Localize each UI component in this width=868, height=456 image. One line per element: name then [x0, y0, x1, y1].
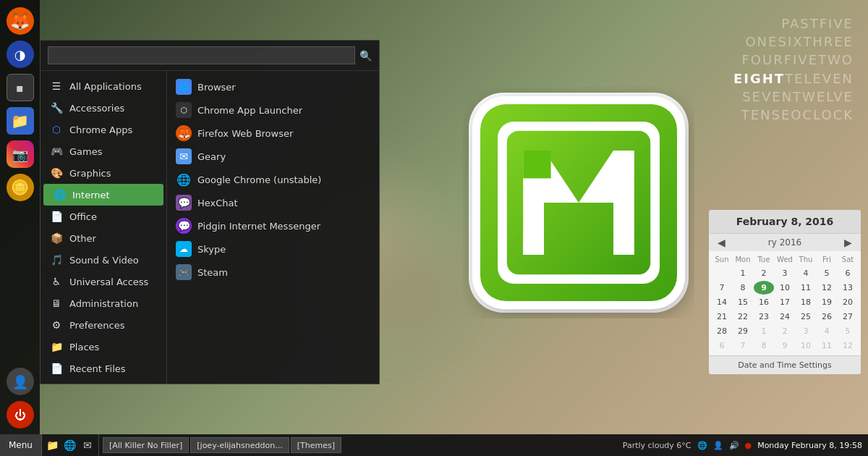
cal-day[interactable]: 25: [796, 310, 816, 324]
dock-files[interactable]: 📁: [7, 107, 34, 135]
cal-day[interactable]: 6: [838, 266, 858, 280]
category-internet[interactable]: 🌐 Internet: [43, 184, 163, 206]
cal-day[interactable]: 1: [733, 266, 753, 280]
places-icon: 📁: [49, 339, 64, 354]
preferences-icon: ⚙: [49, 318, 64, 332]
cal-day[interactable]: 7: [733, 339, 753, 352]
cal-prev-btn[interactable]: ◀: [715, 237, 728, 248]
dock-camera[interactable]: 📷: [7, 140, 34, 168]
category-sound-video[interactable]: 🎵 Sound & Video: [41, 249, 166, 271]
cal-day[interactable]: 6: [712, 339, 732, 352]
cal-day[interactable]: 16: [754, 295, 774, 309]
app-firefox[interactable]: 🦊 Firefox Web Browser: [167, 122, 379, 145]
cal-day[interactable]: 26: [817, 310, 837, 324]
cal-day[interactable]: 7: [712, 281, 732, 295]
cal-day[interactable]: 24: [775, 310, 795, 324]
cal-day[interactable]: 4: [817, 324, 837, 338]
app-pidgin[interactable]: 💬 Pidgin Internet Messenger: [167, 214, 379, 237]
taskbar-icon-browser[interactable]: 🌐: [63, 438, 77, 452]
dock-terminal[interactable]: ▪: [7, 74, 34, 101]
svg-rect-11: [523, 232, 544, 255]
cal-next-btn[interactable]: ▶: [841, 237, 855, 248]
category-places[interactable]: 📁 Places: [41, 336, 166, 358]
taskbar-weather: Partly cloudy 6°C: [623, 441, 692, 450]
taskbar-window-1[interactable]: [All Killer No Filler]: [103, 437, 189, 453]
app-steam[interactable]: 🎮 Steam: [167, 261, 379, 284]
cal-day[interactable]: 8: [733, 281, 753, 295]
menu-search-input[interactable]: [48, 46, 355, 64]
cal-day[interactable]: 1: [754, 324, 774, 338]
cal-day[interactable]: 14: [712, 295, 732, 309]
cal-day[interactable]: 23: [754, 310, 774, 324]
calendar-footer[interactable]: Date and Time Settings: [709, 355, 861, 374]
cal-day[interactable]: 15: [733, 295, 753, 309]
calendar-day-headers: Sun Mon Tue Wed Thu Fri Sat: [712, 254, 858, 265]
app-google-chrome[interactable]: 🌐 Google Chrome (unstable): [167, 168, 379, 191]
word-clock-line1: PASTFIVE: [733, 14, 854, 33]
category-recent-files[interactable]: 📄 Recent Files: [41, 358, 166, 379]
category-preferences[interactable]: ⚙ Preferences: [41, 314, 166, 336]
cal-day[interactable]: 13: [838, 281, 858, 295]
app-browser[interactable]: 🌐 Browser: [167, 75, 379, 98]
cal-day[interactable]: 5: [838, 324, 858, 338]
hexchat-icon: 💬: [176, 195, 192, 211]
category-administration[interactable]: 🖥 Administration: [41, 292, 166, 314]
cal-day[interactable]: 11: [796, 281, 816, 295]
firefox-icon: 🦊: [176, 125, 192, 141]
app-skype[interactable]: ☁ Skype: [167, 237, 379, 261]
category-office[interactable]: 📄 Office: [41, 206, 166, 227]
cal-day[interactable]: 5: [817, 266, 837, 280]
dock-power[interactable]: ⏻: [7, 401, 34, 428]
taskbar-icon-files[interactable]: 📁: [46, 438, 60, 452]
cal-day[interactable]: 3: [775, 266, 795, 280]
dock-settings[interactable]: ◑: [7, 41, 34, 68]
dock-coins[interactable]: 🪙: [7, 174, 34, 201]
cal-day[interactable]: 12: [817, 281, 837, 295]
category-games[interactable]: 🎮 Games: [41, 140, 166, 162]
cal-day[interactable]: 10: [796, 339, 816, 352]
cal-day[interactable]: 4: [796, 266, 816, 280]
taskbar-volume-icon[interactable]: 🔊: [729, 441, 739, 450]
cal-day[interactable]: 22: [733, 310, 753, 324]
cal-day[interactable]: 29: [733, 324, 753, 338]
taskbar-clock: Monday February 8, 19:58: [757, 441, 862, 450]
category-accessories[interactable]: 🔧 Accessories: [41, 97, 166, 119]
cal-day[interactable]: 8: [754, 339, 774, 352]
internet-icon: 🌐: [52, 187, 67, 202]
cal-day[interactable]: 11: [817, 339, 837, 352]
cal-day[interactable]: [712, 266, 732, 280]
taskbar-updates-icon[interactable]: ●: [745, 441, 752, 450]
cal-month-year: ry 2016: [768, 237, 801, 248]
app-chrome-launcher[interactable]: ⬡ Chrome App Launcher: [167, 98, 379, 122]
cal-day[interactable]: 17: [775, 295, 795, 309]
cal-day[interactable]: 20: [838, 295, 858, 309]
cal-day[interactable]: 28: [712, 324, 732, 338]
category-all[interactable]: ☰ All Applications: [41, 75, 166, 97]
cal-day[interactable]: 19: [817, 295, 837, 309]
word-clock-line4: EIGHTTELEVEN: [733, 69, 854, 88]
cal-day[interactable]: 18: [796, 295, 816, 309]
cal-day[interactable]: 12: [838, 339, 858, 352]
category-chrome-apps[interactable]: ⬡ Chrome Apps: [41, 119, 166, 140]
taskbar-network-icon: 🌐: [697, 441, 707, 450]
app-hexchat[interactable]: 💬 HexChat: [167, 191, 379, 214]
category-universal-access[interactable]: ♿ Universal Access: [41, 271, 166, 292]
taskbar-icon-email[interactable]: ✉: [80, 438, 95, 452]
taskbar-menu-button[interactable]: Menu: [0, 434, 42, 456]
cal-day[interactable]: 2: [754, 266, 774, 280]
cal-day[interactable]: 27: [838, 310, 858, 324]
category-other[interactable]: 📦 Other: [41, 227, 166, 249]
dock-user[interactable]: 👤: [7, 368, 34, 395]
cal-day[interactable]: 21: [712, 310, 732, 324]
application-dock: 🦊 ◑ ▪ 📁 📷 🪙 👤 ⏻: [0, 0, 40, 434]
cal-day[interactable]: 2: [775, 324, 795, 338]
dock-firefox[interactable]: 🦊: [7, 7, 34, 35]
cal-day[interactable]: 3: [796, 324, 816, 338]
app-geary[interactable]: ✉ Geary: [167, 145, 379, 168]
taskbar-window-3[interactable]: [Themes]: [291, 437, 341, 453]
cal-day[interactable]: 10: [775, 281, 795, 295]
taskbar-window-2[interactable]: [joey-elijahsneddon...: [190, 437, 289, 453]
cal-day[interactable]: 9: [775, 339, 795, 352]
category-graphics[interactable]: 🎨 Graphics: [41, 162, 166, 184]
cal-today[interactable]: 9: [754, 281, 774, 295]
